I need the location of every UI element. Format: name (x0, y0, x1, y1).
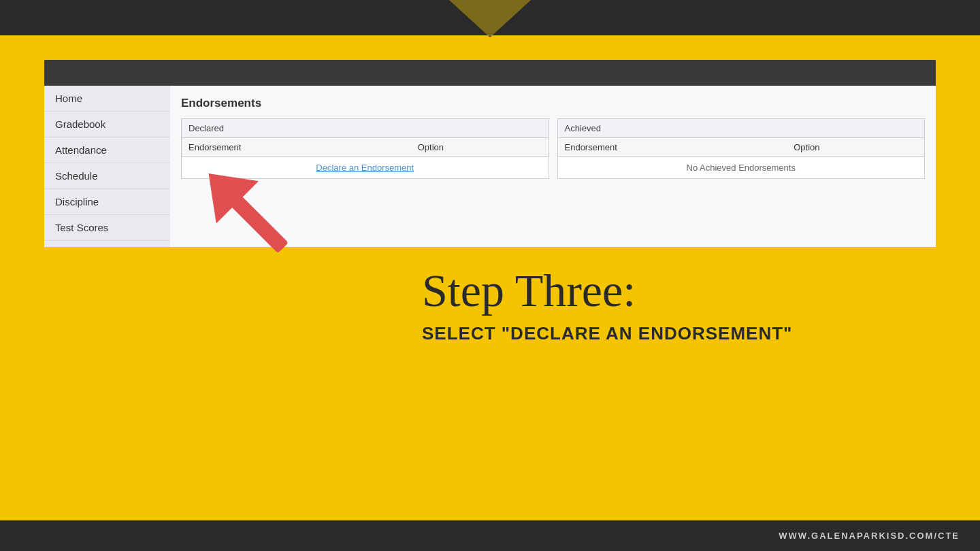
declare-endorsement-link[interactable]: Declare an Endorsement (182, 157, 549, 179)
declared-col-option: Option (411, 138, 549, 157)
step-three-subtitle: SELECT "DECLARE AN ENDORSEMENT" (422, 323, 792, 344)
endorsements-title: Endorsements (181, 97, 925, 110)
achieved-section: Achieved Endorsement Option No Achieved … (557, 118, 926, 179)
bottom-bar: WWW.GALENAPARKISD.COM/CTE (0, 520, 980, 551)
sidebar-item-discipline[interactable]: Discipline (44, 189, 170, 215)
tables-row: Declared Endorsement Option Declare an E… (181, 118, 925, 179)
screenshot-container: Home Gradebook Attendance Schedule Disci… (44, 60, 936, 247)
declared-section: Declared Endorsement Option Declare an E… (181, 118, 549, 179)
achieved-table: Endorsement Option No Achieved Endorseme… (558, 138, 925, 178)
sidebar-item-test-scores[interactable]: Test Scores (44, 215, 170, 241)
bottom-url: WWW.GALENAPARKISD.COM/CTE (779, 531, 960, 541)
no-achieved-text: No Achieved Endorsements (558, 157, 925, 179)
sidebar-item-attendance[interactable]: Attendance (44, 137, 170, 163)
browser-chrome (44, 60, 936, 86)
sidebar-item-schedule[interactable]: Schedule (44, 163, 170, 189)
declare-link-row[interactable]: Declare an Endorsement (182, 157, 549, 179)
declared-table: Endorsement Option Declare an Endorsemen… (182, 138, 549, 178)
declared-col-endorsement: Endorsement (182, 138, 411, 157)
achieved-col-option: Option (787, 138, 924, 157)
step-text-container: Step Three: SELECT "DECLARE AN ENDORSEME… (422, 265, 792, 344)
main-content: Endorsements Declared Endorsement Option (170, 86, 936, 247)
achieved-col-endorsement: Endorsement (558, 138, 787, 157)
no-achieved-row: No Achieved Endorsements (558, 157, 925, 179)
sidebar: Home Gradebook Attendance Schedule Disci… (44, 86, 170, 247)
declared-header: Declared (182, 119, 549, 138)
achieved-header: Achieved (558, 119, 925, 138)
step-three-title: Step Three: (422, 265, 792, 316)
sidebar-item-gradebook[interactable]: Gradebook (44, 112, 170, 137)
decorative-triangle (449, 0, 531, 37)
sidebar-item-home[interactable]: Home (44, 86, 170, 112)
app-content: Home Gradebook Attendance Schedule Disci… (44, 86, 936, 247)
